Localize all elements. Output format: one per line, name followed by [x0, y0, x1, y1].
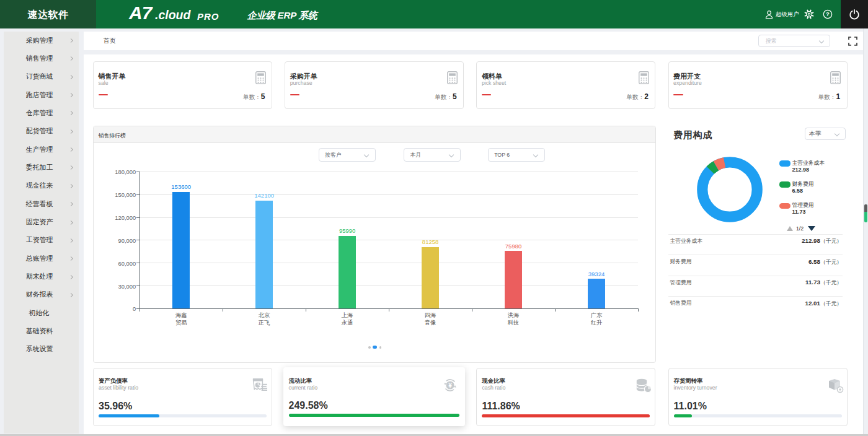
svg-text:¥: ¥ [448, 382, 452, 389]
svg-text:?: ? [826, 11, 830, 17]
